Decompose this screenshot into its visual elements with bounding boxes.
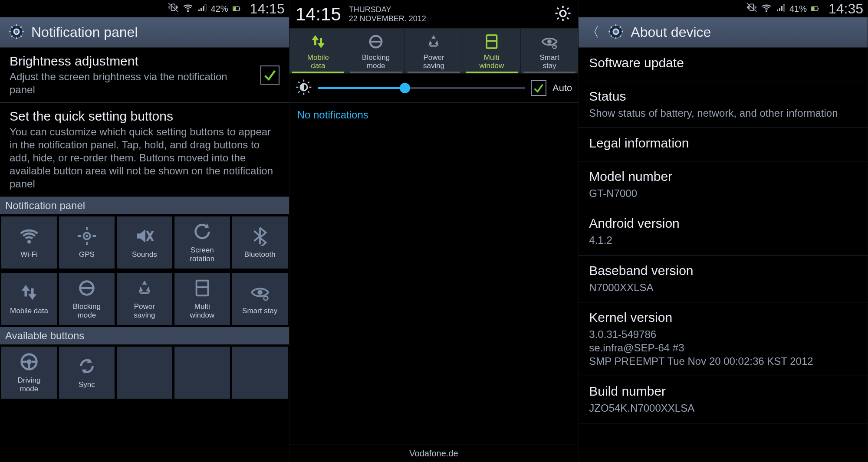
page-title: About device — [631, 24, 711, 40]
screen-about-device: 41% 14:35 〈 About device Software update… — [579, 0, 868, 462]
settings-icon — [607, 23, 625, 42]
brightness-checkbox[interactable] — [260, 66, 279, 85]
quick-setting-buttons-row[interactable]: Set the quick setting buttons You can cu… — [0, 103, 289, 197]
tile-label: Screenrotation — [190, 246, 214, 263]
toggle-smart-stay[interactable]: Smartstay — [521, 29, 578, 73]
vibrate-icon — [746, 2, 757, 16]
rotate-icon — [192, 222, 212, 243]
tile-label: Mobile data — [10, 307, 48, 315]
tile-power-saving[interactable]: Powersaving — [117, 273, 172, 325]
about-row-android-version[interactable]: Android version4.1.2 — [579, 208, 868, 255]
battery-indicator: 42% — [211, 4, 244, 14]
toggle-power-saving[interactable]: Powersaving — [405, 29, 463, 73]
quick-toggle-strip: Mobiledata Blockingmode Powersaving Mult… — [289, 29, 579, 74]
tile-row-3: Drivingmode Sync — [0, 344, 289, 401]
screen-notification-panel-settings: 42% 14:15 Notification panel Brightness … — [0, 0, 289, 462]
tile-empty — [174, 347, 230, 399]
row-label: Kernel version — [589, 310, 857, 325]
tile-driving-mode[interactable]: Drivingmode — [1, 347, 57, 399]
wifi-icon — [19, 226, 39, 248]
toggle-multi-window[interactable]: Multiwindow — [463, 29, 521, 73]
eye-icon — [541, 33, 558, 52]
row-label: Build number — [589, 384, 857, 399]
tile-label: Blockingmode — [73, 302, 101, 319]
tile-sounds[interactable]: Sounds — [117, 216, 172, 269]
row-value: 4.1.2 — [589, 233, 857, 247]
shade-date: THURSDAY 22 NOVEMBER. 2012 — [349, 5, 546, 23]
settings-list: Brightness adjustment Adjust the screen … — [0, 48, 289, 462]
about-row-baseband-version[interactable]: Baseband versionN7000XXLSA — [579, 256, 868, 302]
section-notification-panel: Notification panel — [0, 197, 289, 214]
blocking-icon — [77, 278, 97, 300]
brightness-icon — [296, 79, 312, 97]
signal-icon — [776, 2, 786, 15]
settings-button[interactable] — [554, 4, 572, 24]
screen-notification-shade: 14:15 THURSDAY 22 NOVEMBER. 2012 Mobiled… — [289, 0, 579, 462]
about-row-software-update[interactable]: Software update — [579, 48, 868, 81]
brightness-slider[interactable] — [318, 87, 525, 89]
row-subtitle: Adjust the screen brightness via the not… — [10, 70, 255, 96]
tile-empty — [232, 347, 288, 399]
wifi-icon — [761, 2, 772, 16]
tile-multi-window[interactable]: Multiwindow — [174, 273, 230, 325]
status-time: 14:15 — [250, 1, 285, 17]
tile-label: Drivingmode — [18, 376, 41, 393]
carrier-label: Vodafone.de — [289, 445, 579, 462]
brightness-adjustment-row[interactable]: Brightness adjustment Adjust the screen … — [0, 48, 289, 103]
status-bar: 41% 14:35 — [579, 0, 868, 17]
tile-smart-stay[interactable]: Smart stay — [232, 273, 288, 325]
tile-row-1: Wi-Fi GPS Sounds Screenrotation Bluetoot… — [0, 214, 289, 271]
tile-bluetooth[interactable]: Bluetooth — [232, 216, 288, 269]
recycle-icon — [135, 278, 155, 300]
data-arrows-icon — [19, 282, 39, 304]
row-value: N7000XXLSA — [589, 281, 857, 294]
back-button[interactable]: 〈 — [586, 23, 599, 41]
blocking-icon — [367, 33, 385, 52]
tile-label: Sync — [79, 380, 95, 389]
tile-label: Wi-Fi — [20, 250, 38, 259]
row-title: Brightness adjustment — [10, 54, 255, 69]
row-label: Status — [589, 89, 857, 104]
tile-empty — [117, 347, 172, 399]
about-row-status[interactable]: StatusShow status of battery, network, a… — [579, 81, 868, 128]
vibrate-icon — [168, 2, 179, 16]
tile-label: Multiwindow — [190, 302, 214, 319]
tile-label: Bluetooth — [244, 250, 276, 259]
row-label: Baseband version — [589, 263, 857, 278]
row-label: Android version — [589, 216, 857, 231]
auto-label: Auto — [552, 82, 572, 94]
no-notifications-text: No notifications — [289, 103, 579, 127]
row-label: Software update — [589, 56, 857, 70]
battery-indicator: 41% — [789, 4, 822, 14]
about-row-kernel-version[interactable]: Kernel version3.0.31-549786se.infra@SEP-… — [579, 302, 868, 377]
tile-blocking-mode[interactable]: Blockingmode — [59, 273, 115, 325]
toggle-mobile-data[interactable]: Mobiledata — [289, 29, 347, 73]
about-row-legal-information[interactable]: Legal information — [579, 128, 868, 161]
page-title: Notification panel — [31, 24, 138, 40]
toggle-label: Mobiledata — [307, 54, 329, 70]
tile-screen-rotation[interactable]: Screenrotation — [174, 216, 230, 269]
row-value: JZO54K.N7000XXLSA — [589, 401, 857, 415]
tile-mobile-data[interactable]: Mobile data — [1, 273, 57, 325]
tile-wi-fi[interactable]: Wi-Fi — [1, 216, 57, 269]
toggle-blocking-mode[interactable]: Blockingmode — [347, 29, 405, 73]
row-label: Model number — [589, 169, 857, 184]
row-label: Legal information — [589, 136, 857, 151]
wifi-icon — [182, 2, 194, 16]
tile-gps[interactable]: GPS — [59, 216, 115, 269]
row-value: 3.0.31-549786se.infra@SEP-64 #3SMP PREEM… — [589, 328, 857, 368]
recycle-icon — [425, 33, 442, 52]
multiwin-icon — [192, 278, 212, 300]
shade-header: 14:15 THURSDAY 22 NOVEMBER. 2012 — [289, 0, 579, 29]
auto-brightness-checkbox[interactable] — [531, 80, 546, 96]
gps-icon — [77, 226, 97, 248]
row-title: Set the quick setting buttons — [10, 109, 279, 124]
tile-label: Sounds — [132, 250, 157, 259]
section-available-buttons: Available buttons — [0, 327, 289, 344]
about-row-model-number[interactable]: Model numberGT-N7000 — [579, 161, 868, 208]
row-subtitle: You can customize which quick setting bu… — [10, 125, 279, 190]
tile-sync[interactable]: Sync — [59, 347, 115, 399]
header: 〈 About device — [579, 17, 868, 48]
status-bar: 42% 14:15 — [0, 0, 289, 17]
about-row-build-number[interactable]: Build numberJZO54K.N7000XXLSA — [579, 376, 868, 423]
